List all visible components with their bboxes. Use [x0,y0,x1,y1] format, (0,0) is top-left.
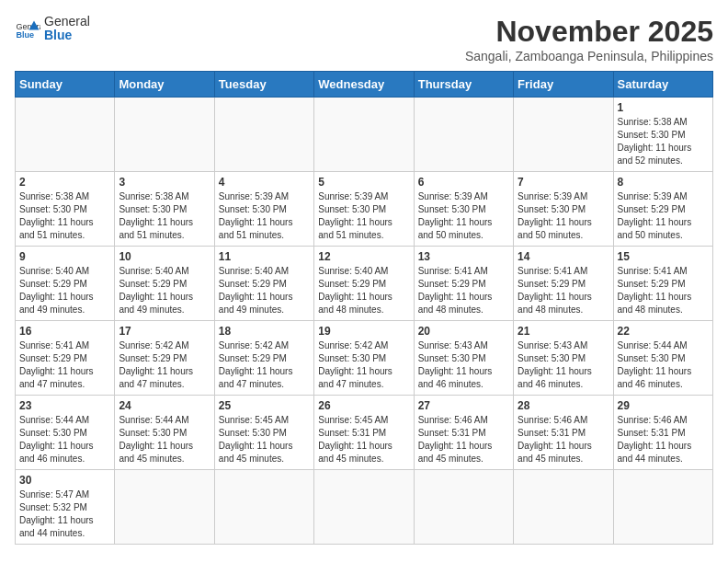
calendar-week-row: 9Sunrise: 5:40 AM Sunset: 5:29 PM Daylig… [16,247,713,321]
location-subtitle: Sangali, Zamboanga Peninsula, Philippine… [465,49,713,63]
calendar-day-cell: 18Sunrise: 5:42 AM Sunset: 5:29 PM Dayli… [214,321,313,396]
day-number: 25 [219,399,310,412]
calendar-week-row: 2Sunrise: 5:38 AM Sunset: 5:30 PM Daylig… [16,172,713,247]
calendar-day-cell: 20Sunrise: 5:43 AM Sunset: 5:30 PM Dayli… [414,321,513,396]
day-info: Sunrise: 5:38 AM Sunset: 5:30 PM Dayligh… [618,116,709,167]
day-info: Sunrise: 5:41 AM Sunset: 5:29 PM Dayligh… [518,265,609,316]
weekday-header: Tuesday [214,72,313,98]
day-info: Sunrise: 5:43 AM Sunset: 5:30 PM Dayligh… [518,339,609,391]
day-number: 18 [219,325,310,338]
logo: General Blue General Blue [15,15,90,43]
page-header: General Blue General Blue November 2025 … [15,15,713,63]
day-number: 7 [518,176,609,189]
calendar-day-cell: 23Sunrise: 5:44 AM Sunset: 5:30 PM Dayli… [16,396,115,470]
calendar-day-cell: 22Sunrise: 5:44 AM Sunset: 5:30 PM Dayli… [613,321,712,396]
calendar-day-cell: 5Sunrise: 5:39 AM Sunset: 5:30 PM Daylig… [314,172,414,247]
calendar-day-cell: 30Sunrise: 5:47 AM Sunset: 5:32 PM Dayli… [16,470,115,545]
calendar-day-cell [613,470,712,545]
calendar-day-cell: 19Sunrise: 5:42 AM Sunset: 5:30 PM Dayli… [314,321,414,396]
calendar-day-cell: 21Sunrise: 5:43 AM Sunset: 5:30 PM Dayli… [514,321,613,396]
day-number: 8 [618,176,709,189]
calendar-day-cell: 8Sunrise: 5:39 AM Sunset: 5:29 PM Daylig… [613,172,712,247]
day-number: 30 [19,474,110,487]
svg-text:Blue: Blue [16,30,34,40]
day-info: Sunrise: 5:42 AM Sunset: 5:29 PM Dayligh… [119,339,210,391]
weekday-header: Sunday [16,72,115,98]
day-info: Sunrise: 5:45 AM Sunset: 5:30 PM Dayligh… [219,414,310,465]
day-number: 4 [219,176,310,189]
logo-text: General Blue [44,15,90,43]
calendar-day-cell [414,470,513,545]
day-number: 17 [119,325,210,338]
day-info: Sunrise: 5:44 AM Sunset: 5:30 PM Dayligh… [19,414,110,465]
logo-icon: General Blue [15,16,40,41]
calendar-day-cell: 7Sunrise: 5:39 AM Sunset: 5:30 PM Daylig… [514,172,613,247]
day-number: 23 [19,399,110,412]
day-info: Sunrise: 5:41 AM Sunset: 5:29 PM Dayligh… [19,339,110,391]
day-number: 29 [618,399,709,412]
day-number: 14 [518,250,609,263]
calendar-day-cell: 29Sunrise: 5:46 AM Sunset: 5:31 PM Dayli… [613,396,712,470]
day-number: 19 [318,325,409,338]
calendar-day-cell: 16Sunrise: 5:41 AM Sunset: 5:29 PM Dayli… [16,321,115,396]
calendar-day-cell: 3Sunrise: 5:38 AM Sunset: 5:30 PM Daylig… [115,172,214,247]
day-info: Sunrise: 5:42 AM Sunset: 5:30 PM Dayligh… [318,339,409,391]
day-number: 2 [19,176,110,189]
weekday-header: Saturday [613,72,712,98]
calendar-week-row: 30Sunrise: 5:47 AM Sunset: 5:32 PM Dayli… [16,470,713,545]
calendar-day-cell [214,98,313,172]
day-number: 22 [618,325,709,338]
day-info: Sunrise: 5:46 AM Sunset: 5:31 PM Dayligh… [518,414,609,465]
month-title: November 2025 [465,15,713,49]
calendar-day-cell: 28Sunrise: 5:46 AM Sunset: 5:31 PM Dayli… [514,396,613,470]
calendar-day-cell: 14Sunrise: 5:41 AM Sunset: 5:29 PM Dayli… [514,247,613,321]
day-info: Sunrise: 5:40 AM Sunset: 5:29 PM Dayligh… [119,265,210,316]
day-number: 11 [219,250,310,263]
calendar-day-cell: 12Sunrise: 5:40 AM Sunset: 5:29 PM Dayli… [314,247,414,321]
calendar-day-cell: 17Sunrise: 5:42 AM Sunset: 5:29 PM Dayli… [115,321,214,396]
calendar-day-cell [115,470,214,545]
day-number: 10 [119,250,210,263]
day-info: Sunrise: 5:39 AM Sunset: 5:30 PM Dayligh… [219,190,310,242]
day-info: Sunrise: 5:39 AM Sunset: 5:30 PM Dayligh… [518,190,609,242]
calendar-day-cell: 13Sunrise: 5:41 AM Sunset: 5:29 PM Dayli… [414,247,513,321]
logo-blue: Blue [44,29,90,42]
weekday-header: Wednesday [314,72,414,98]
day-number: 3 [119,176,210,189]
calendar-table: SundayMondayTuesdayWednesdayThursdayFrid… [15,71,713,545]
day-info: Sunrise: 5:38 AM Sunset: 5:30 PM Dayligh… [119,190,210,242]
day-info: Sunrise: 5:42 AM Sunset: 5:29 PM Dayligh… [219,339,310,391]
calendar-week-row: 1Sunrise: 5:38 AM Sunset: 5:30 PM Daylig… [16,98,713,172]
calendar-day-cell: 10Sunrise: 5:40 AM Sunset: 5:29 PM Dayli… [115,247,214,321]
day-info: Sunrise: 5:47 AM Sunset: 5:32 PM Dayligh… [19,488,110,540]
day-number: 6 [418,176,509,189]
calendar-day-cell [314,470,414,545]
weekday-header: Friday [514,72,613,98]
day-info: Sunrise: 5:46 AM Sunset: 5:31 PM Dayligh… [618,414,709,465]
day-info: Sunrise: 5:46 AM Sunset: 5:31 PM Dayligh… [418,414,509,465]
day-number: 1 [618,101,709,114]
calendar-day-cell: 15Sunrise: 5:41 AM Sunset: 5:29 PM Dayli… [613,247,712,321]
calendar-day-cell: 26Sunrise: 5:45 AM Sunset: 5:31 PM Dayli… [314,396,414,470]
day-info: Sunrise: 5:39 AM Sunset: 5:30 PM Dayligh… [418,190,509,242]
calendar-day-cell: 27Sunrise: 5:46 AM Sunset: 5:31 PM Dayli… [414,396,513,470]
day-info: Sunrise: 5:38 AM Sunset: 5:30 PM Dayligh… [19,190,110,242]
day-number: 20 [418,325,509,338]
logo-general: General [44,15,90,29]
calendar-day-cell: 6Sunrise: 5:39 AM Sunset: 5:30 PM Daylig… [414,172,513,247]
day-number: 16 [19,325,110,338]
day-info: Sunrise: 5:41 AM Sunset: 5:29 PM Dayligh… [418,265,509,316]
day-number: 26 [318,399,409,412]
day-info: Sunrise: 5:44 AM Sunset: 5:30 PM Dayligh… [119,414,210,465]
day-number: 28 [518,399,609,412]
calendar-day-cell [16,98,115,172]
day-number: 15 [618,250,709,263]
day-info: Sunrise: 5:39 AM Sunset: 5:30 PM Dayligh… [318,190,409,242]
calendar-week-row: 16Sunrise: 5:41 AM Sunset: 5:29 PM Dayli… [16,321,713,396]
calendar-header-row: SundayMondayTuesdayWednesdayThursdayFrid… [16,72,713,98]
calendar-day-cell [514,98,613,172]
calendar-day-cell: 2Sunrise: 5:38 AM Sunset: 5:30 PM Daylig… [16,172,115,247]
day-info: Sunrise: 5:43 AM Sunset: 5:30 PM Dayligh… [418,339,509,391]
calendar-day-cell: 11Sunrise: 5:40 AM Sunset: 5:29 PM Dayli… [214,247,313,321]
day-number: 21 [518,325,609,338]
